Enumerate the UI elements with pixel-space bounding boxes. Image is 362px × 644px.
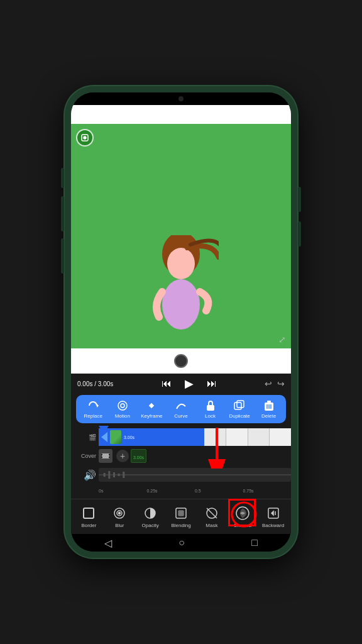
delete-icon bbox=[262, 399, 276, 413]
svg-rect-20 bbox=[109, 454, 110, 455]
film-icon bbox=[99, 449, 112, 463]
person-figure bbox=[143, 235, 219, 348]
svg-rect-21 bbox=[109, 457, 110, 458]
svg-rect-26 bbox=[118, 474, 120, 476]
audio-track-row: 🔊 bbox=[71, 466, 291, 484]
svg-point-7 bbox=[121, 404, 124, 408]
playback-controls: ⏮ ▶ ⏭ bbox=[160, 377, 219, 391]
curve-label: Curve bbox=[174, 414, 187, 419]
camera-notch bbox=[178, 96, 184, 101]
blur-label: Blur bbox=[115, 523, 124, 528]
timeline-ruler: 0s 0.25s 0.5 0.75s bbox=[99, 485, 291, 496]
chroma-label: Chroma bbox=[234, 523, 251, 528]
time-controls: 0.00s / 3.00s ⏮ ▶ ⏭ ↩ ↪ bbox=[71, 374, 291, 394]
video-preview: ⤢ bbox=[71, 105, 291, 374]
mask-tool[interactable]: Mask bbox=[196, 505, 227, 528]
blending-tool[interactable]: Blending bbox=[166, 505, 197, 528]
keyframe-icon bbox=[145, 399, 158, 413]
video-track-icon: 🎬 bbox=[89, 434, 96, 441]
white-top-bar bbox=[71, 105, 291, 124]
nav-bar: ◁ ○ □ bbox=[71, 534, 291, 552]
svg-rect-23 bbox=[104, 473, 106, 477]
cover-label: Cover bbox=[81, 453, 96, 459]
blending-icon bbox=[173, 505, 189, 521]
skip-forward-button[interactable]: ⏭ bbox=[205, 377, 219, 391]
border-label: Border bbox=[81, 523, 96, 528]
curve-tool[interactable]: Curve bbox=[170, 399, 192, 419]
cover-track-row: Cover bbox=[71, 447, 291, 465]
svg-point-1 bbox=[84, 136, 86, 139]
blur-tool[interactable]: Blur bbox=[104, 505, 135, 528]
svg-rect-8 bbox=[149, 403, 154, 408]
mask-label: Mask bbox=[206, 523, 217, 528]
home-nav-button[interactable]: ○ bbox=[178, 537, 185, 548]
opacity-tool[interactable]: Opacity bbox=[135, 505, 166, 528]
svg-rect-19 bbox=[101, 457, 102, 458]
opacity-label: Opacity bbox=[142, 523, 159, 528]
svg-rect-36 bbox=[178, 511, 184, 516]
svg-point-4 bbox=[162, 279, 200, 330]
undo-redo-controls: ↩ ↪ bbox=[265, 379, 285, 389]
edit-toolbar: Replace Motion bbox=[76, 395, 286, 423]
motion-tool[interactable]: Motion bbox=[111, 399, 134, 419]
audio-track-content bbox=[99, 468, 291, 482]
play-button[interactable]: ▶ bbox=[182, 377, 196, 391]
replace-label: Replace bbox=[84, 414, 102, 419]
duplicate-tool[interactable]: Duplicate bbox=[228, 399, 251, 419]
svg-rect-24 bbox=[108, 471, 110, 479]
svg-rect-18 bbox=[101, 454, 102, 455]
scan-icon bbox=[76, 129, 94, 147]
motion-label: Motion bbox=[115, 414, 130, 419]
svg-point-33 bbox=[119, 513, 121, 514]
ruler-mark-0: 0s bbox=[99, 489, 103, 493]
lock-label: Lock bbox=[205, 414, 216, 419]
expand-icon[interactable]: ⤢ bbox=[278, 335, 286, 345]
keyframe-tool[interactable]: Keyframe bbox=[140, 399, 163, 419]
curve-icon bbox=[174, 399, 188, 413]
ruler-mark-075: 0.75s bbox=[243, 489, 254, 493]
ruler-mark-025: 0.25s bbox=[147, 489, 158, 493]
chroma-tool[interactable]: Chroma bbox=[227, 505, 258, 528]
replace-tool[interactable]: Replace bbox=[82, 399, 104, 419]
svg-point-3 bbox=[167, 248, 195, 279]
status-bar bbox=[71, 92, 291, 105]
duplicate-label: Duplicate bbox=[229, 414, 250, 419]
recent-nav-button[interactable]: □ bbox=[251, 537, 258, 548]
record-indicator bbox=[174, 354, 188, 368]
white-bottom-bar bbox=[71, 348, 291, 374]
svg-rect-10 bbox=[234, 402, 241, 409]
replace-icon bbox=[86, 399, 100, 413]
blending-label: Blending bbox=[171, 523, 190, 528]
ruler-mark-05: 0.5 bbox=[195, 489, 201, 493]
svg-rect-9 bbox=[207, 405, 214, 411]
timeline-section: 0.00s / 3.00s ⏮ ▶ ⏭ ↩ ↪ bbox=[71, 374, 291, 499]
bottom-toolbar: Border Blur bbox=[71, 499, 291, 534]
video-track-content[interactable]: 3.00s bbox=[99, 428, 291, 446]
delete-tool[interactable]: Delete bbox=[258, 399, 280, 419]
delete-label: Delete bbox=[261, 414, 276, 419]
mask-icon bbox=[204, 505, 220, 521]
skip-back-button[interactable]: ⏮ bbox=[160, 377, 173, 391]
svg-rect-11 bbox=[237, 401, 244, 408]
svg-rect-30 bbox=[84, 508, 94, 518]
time-badge: 3.00s bbox=[131, 449, 146, 463]
undo-button[interactable]: ↩ bbox=[265, 379, 272, 389]
motion-icon bbox=[116, 399, 129, 413]
tracks-area: 🎬 bbox=[71, 425, 291, 499]
border-tool[interactable]: Border bbox=[74, 505, 104, 528]
redo-button[interactable]: ↪ bbox=[277, 379, 285, 389]
backward-tool[interactable]: Backward bbox=[258, 505, 288, 528]
blur-icon bbox=[111, 505, 128, 521]
back-nav-button[interactable]: ◁ bbox=[104, 537, 112, 549]
keyframe-label: Keyframe bbox=[141, 414, 162, 419]
svg-rect-27 bbox=[123, 472, 124, 478]
add-track-button[interactable]: + bbox=[116, 450, 129, 462]
time-display: 0.00s / 3.00s bbox=[77, 380, 113, 387]
duplicate-icon bbox=[233, 399, 246, 413]
opacity-icon bbox=[142, 505, 158, 521]
lock-tool[interactable]: Lock bbox=[199, 399, 222, 419]
green-screen-area bbox=[71, 124, 291, 348]
svg-rect-17 bbox=[102, 453, 109, 458]
track-duration: 3.00s bbox=[124, 435, 134, 440]
svg-rect-25 bbox=[113, 472, 115, 477]
